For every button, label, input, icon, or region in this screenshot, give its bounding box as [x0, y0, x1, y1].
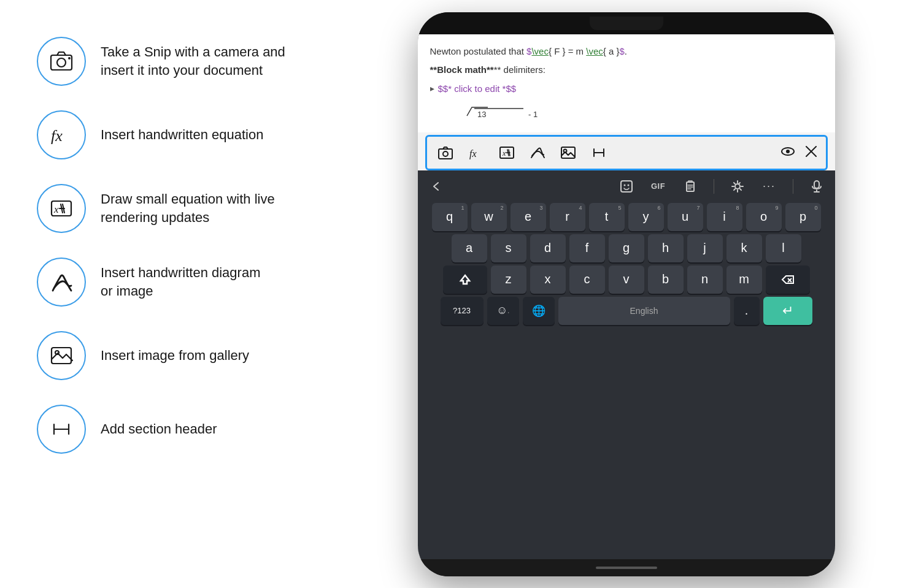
feature-fx: fx Insert handwritten equation	[37, 110, 325, 159]
draw-equation-icon: x	[48, 195, 75, 222]
image-icon	[48, 342, 75, 369]
svg-text:x: x	[53, 204, 59, 215]
svg-text:fx: fx	[469, 148, 477, 159]
kb-gif-button[interactable]: GIF	[647, 175, 669, 197]
key-delete[interactable]	[766, 265, 810, 294]
phone-device: Newton postulated that $\vec{ F } = m \v…	[418, 12, 835, 576]
key-s[interactable]: s	[491, 234, 526, 262]
diagram-label: Insert handwritten diagramor image	[101, 264, 260, 300]
key-u[interactable]: 7u	[668, 203, 703, 231]
key-x[interactable]: x	[530, 265, 566, 294]
svg-point-35	[735, 184, 740, 189]
key-r[interactable]: 4r	[550, 203, 585, 231]
key-q[interactable]: 1q	[432, 203, 468, 231]
svg-text:13: 13	[477, 110, 486, 119]
kb-row-1: 1q 2w 3e 4r 5t 6y 7u 8i 9o 0p	[420, 203, 833, 231]
math-formula-region: 13 - 1	[418, 101, 835, 132]
toolbar-fx-button[interactable]: fx	[465, 142, 487, 164]
svg-rect-14	[439, 149, 452, 159]
key-e[interactable]: 3e	[511, 203, 546, 231]
key-z[interactable]: z	[491, 265, 526, 294]
key-m[interactable]: m	[726, 265, 762, 294]
svg-point-15	[443, 151, 448, 156]
feature-diagram: Insert handwritten diagramor image	[37, 258, 325, 307]
svg-point-7	[55, 351, 59, 354]
kb-more-button[interactable]: ···	[758, 175, 780, 197]
toolbar-image-button[interactable]	[557, 142, 579, 164]
right-panel: Newton postulated that $\vec{ F } = m \v…	[344, 0, 921, 588]
keyboard-area: GIF	[418, 170, 835, 559]
svg-point-25	[786, 150, 790, 153]
key-v[interactable]: v	[609, 265, 644, 294]
draw-eq-label: Draw small equation with liverendering u…	[101, 190, 275, 226]
kb-row-2: a s d f g h j k l	[420, 234, 833, 262]
kb-row-3: z x c v b n m	[420, 265, 833, 294]
svg-rect-36	[814, 181, 819, 188]
key-g[interactable]: g	[609, 234, 644, 262]
key-d[interactable]: d	[530, 234, 566, 262]
key-j[interactable]: j	[687, 234, 723, 262]
key-h[interactable]: h	[648, 234, 684, 262]
key-l[interactable]: l	[766, 234, 801, 262]
key-globe[interactable]: 🌐	[523, 297, 555, 325]
kb-row-4: ?123 ☺, 🌐 English . ↵	[420, 297, 833, 325]
kb-mic-button[interactable]	[806, 175, 828, 197]
key-w[interactable]: 2w	[471, 203, 507, 231]
key-i[interactable]: 8i	[707, 203, 742, 231]
gallery-label: Insert image from gallery	[101, 346, 249, 365]
draw-eq-icon-circle: x	[37, 184, 86, 233]
key-f[interactable]: f	[569, 234, 605, 262]
key-c[interactable]: c	[569, 265, 605, 294]
key-a[interactable]: a	[452, 234, 487, 262]
svg-point-29	[623, 184, 625, 186]
kb-settings-button[interactable]	[726, 175, 749, 197]
svg-rect-28	[621, 181, 632, 192]
kb-top-icons: GIF	[615, 175, 828, 197]
toolbar-draw-eq-button[interactable]: x	[496, 142, 518, 164]
key-p[interactable]: 0p	[785, 203, 821, 231]
key-space[interactable]: English	[558, 297, 730, 325]
key-b[interactable]: b	[648, 265, 684, 294]
kb-back-button[interactable]	[425, 175, 447, 197]
toolbar-header-button[interactable]	[588, 142, 610, 164]
toolbar-diagram-button[interactable]	[526, 142, 549, 164]
doc-area: Newton postulated that $\vec{ F } = m \v…	[418, 34, 835, 101]
fx-label: Insert handwritten equation	[101, 126, 263, 144]
header-icon	[48, 416, 75, 443]
doc-line2: **Block math**** delimiters:	[430, 63, 823, 77]
header-label: Add section header	[101, 420, 217, 438]
header-icon-circle	[37, 405, 86, 454]
svg-point-1	[57, 58, 66, 67]
home-indicator	[596, 567, 657, 569]
kb-separator2	[793, 179, 793, 194]
feature-gallery: Insert image from gallery	[37, 331, 325, 380]
key-emoji-bottom[interactable]: ☺,	[487, 297, 519, 325]
editor-toolbar: fx x	[425, 135, 828, 170]
key-k[interactable]: k	[726, 234, 762, 262]
svg-point-2	[68, 57, 71, 59]
svg-point-20	[563, 149, 566, 152]
key-shift[interactable]	[443, 265, 487, 294]
toolbar-right-actions	[780, 144, 819, 161]
block-math-content: $$* click to edit *$$	[438, 83, 517, 94]
key-numbers[interactable]: ?123	[441, 297, 484, 325]
toolbar-eye-button[interactable]	[780, 144, 795, 161]
toolbar-camera-button[interactable]	[434, 142, 457, 164]
kb-clipboard-button[interactable]	[679, 175, 701, 197]
key-t[interactable]: 5t	[589, 203, 625, 231]
kb-emoji-button[interactable]	[615, 175, 638, 197]
key-enter[interactable]: ↵	[763, 297, 812, 325]
key-o[interactable]: 9o	[746, 203, 782, 231]
block-math-line: ▸ $$* click to edit *$$	[430, 83, 823, 94]
doc-line1: Newton postulated that $\vec{ F } = m \v…	[430, 44, 823, 59]
fx-icon: fx	[48, 121, 75, 148]
key-period[interactable]: .	[734, 297, 760, 325]
feature-camera-snip: Take a Snip with a camera andinsert it i…	[37, 37, 325, 86]
phone-bottom-bar	[418, 559, 835, 576]
key-n[interactable]: n	[687, 265, 723, 294]
toolbar-close-button[interactable]	[804, 144, 819, 161]
phone-notch	[590, 17, 663, 30]
key-y[interactable]: 6y	[628, 203, 664, 231]
phone-screen: Newton postulated that $\vec{ F } = m \v…	[418, 34, 835, 559]
svg-text:- 1: - 1	[528, 110, 538, 119]
